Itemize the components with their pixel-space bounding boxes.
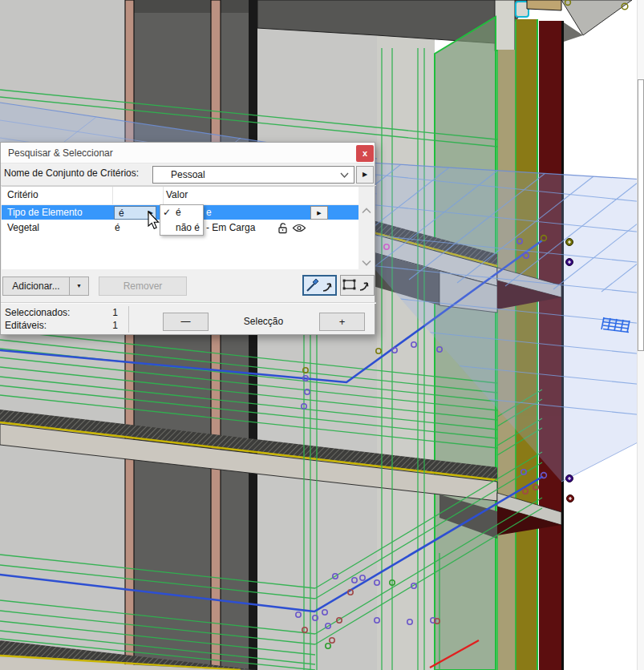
selected-count-label: Seleccionados: bbox=[5, 307, 70, 318]
viewport-scrollbar-thumb[interactable] bbox=[638, 79, 644, 351]
menu-item-nao-e[interactable]: não é bbox=[160, 220, 203, 236]
row-value-menu-button[interactable]: ▶ bbox=[310, 206, 328, 220]
separator bbox=[1, 302, 376, 304]
remove-button[interactable]: Remover bbox=[99, 276, 187, 296]
viewport-scrollbar-track[interactable] bbox=[637, 0, 644, 670]
unlock-icon[interactable] bbox=[277, 222, 289, 234]
dark-mullion bbox=[249, 0, 257, 670]
editable-count-value: 1 bbox=[97, 320, 118, 331]
check-icon: ✓ bbox=[163, 205, 174, 220]
deselect-button[interactable]: — bbox=[163, 313, 209, 331]
divider bbox=[128, 306, 129, 333]
column-header-valor: Valor bbox=[166, 189, 188, 200]
criteria-set-value: Pessoal bbox=[171, 169, 205, 180]
column-divider bbox=[163, 187, 164, 204]
column-header-criterio: Critério bbox=[7, 189, 38, 200]
row-criterio: Tipo de Elemento bbox=[7, 207, 83, 218]
find-select-dialog[interactable]: Pesquisar & Seleccionar x Nome de Conjun… bbox=[0, 142, 375, 335]
marquee-icon bbox=[341, 276, 372, 293]
scroll-down-icon[interactable] bbox=[362, 260, 371, 266]
dialog-title: Pesquisar & Seleccionar bbox=[8, 143, 113, 163]
scroll-up-icon[interactable] bbox=[362, 208, 371, 214]
operator-popup-menu[interactable]: ✓ é não é bbox=[160, 204, 204, 236]
selection-label: Selecção bbox=[225, 316, 302, 327]
tan-column-2 bbox=[211, 0, 221, 670]
marquee-pick-button[interactable] bbox=[340, 275, 375, 296]
top-mullion bbox=[495, 0, 515, 50]
eyedropper-icon bbox=[304, 276, 335, 294]
tan-column-1 bbox=[125, 0, 134, 670]
3d-viewport[interactable] bbox=[0, 0, 644, 670]
editable-count-label: Editáveis: bbox=[5, 320, 47, 331]
pick-criteria-button[interactable] bbox=[302, 275, 337, 296]
app-window: Pesquisar & Seleccionar x Nome de Conjun… bbox=[0, 0, 644, 670]
mouse-cursor bbox=[148, 211, 160, 230]
criteria-set-combobox[interactable]: Pessoal bbox=[152, 166, 354, 184]
criteria-set-label: Nome de Conjunto de Critérios: bbox=[4, 168, 139, 179]
menu-item-e[interactable]: ✓ é bbox=[160, 205, 203, 220]
criteria-set-menu-button[interactable]: ▶ bbox=[356, 166, 374, 184]
chevron-down-icon bbox=[339, 172, 350, 179]
add-dropdown-arrow[interactable]: ▼ bbox=[69, 276, 89, 296]
eye-icon[interactable] bbox=[292, 224, 306, 232]
add-button[interactable]: Adicionar... bbox=[2, 276, 70, 296]
column-divider bbox=[112, 187, 113, 204]
selected-count-value: 1 bbox=[97, 307, 118, 318]
select-button[interactable]: + bbox=[319, 313, 365, 331]
close-button[interactable]: x bbox=[356, 145, 374, 162]
table-scrollbar[interactable] bbox=[358, 187, 374, 269]
row-value-partial: e bbox=[206, 207, 212, 218]
dialog-titlebar[interactable]: Pesquisar & Seleccionar bbox=[1, 143, 375, 163]
